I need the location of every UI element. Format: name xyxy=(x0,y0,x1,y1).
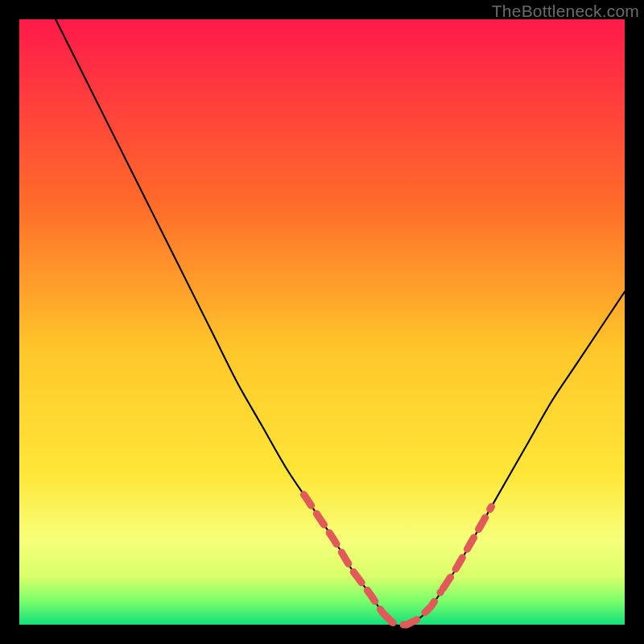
left-shoulder-dash xyxy=(303,494,381,610)
chart-svg xyxy=(19,19,625,625)
bottom-dash xyxy=(382,592,440,625)
right-shoulder-dash xyxy=(443,506,491,588)
plot-area xyxy=(19,19,625,625)
bottleneck-curve xyxy=(56,19,625,625)
chart-frame: TheBottleneck.com xyxy=(0,0,644,644)
watermark-text: TheBottleneck.com xyxy=(492,2,639,21)
